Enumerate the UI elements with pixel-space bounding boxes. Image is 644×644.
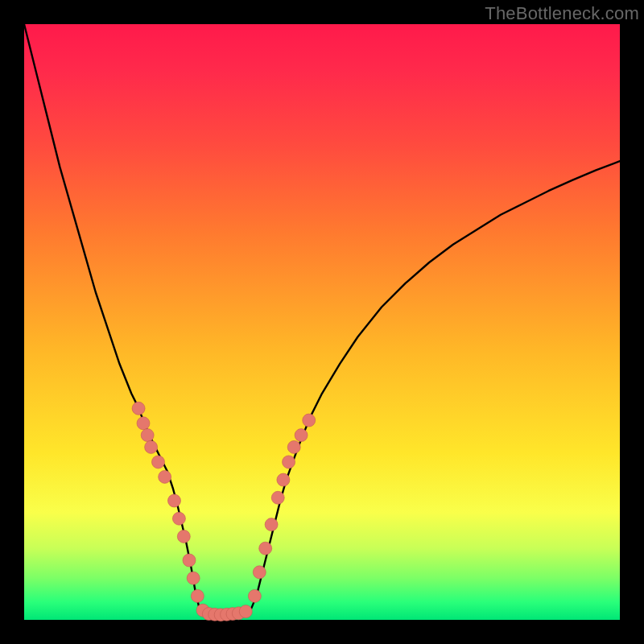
data-marker xyxy=(141,429,154,442)
data-marker xyxy=(177,530,190,543)
data-marker xyxy=(137,417,150,430)
data-marker xyxy=(265,518,278,531)
data-marker xyxy=(172,512,185,525)
data-marker xyxy=(152,456,165,469)
data-marker xyxy=(271,491,284,504)
chart-frame: TheBottleneck.com xyxy=(0,0,644,644)
data-marker xyxy=(303,414,316,427)
chart-svg xyxy=(24,24,620,620)
data-marker xyxy=(191,589,204,602)
data-marker xyxy=(259,542,272,555)
data-marker xyxy=(167,494,180,507)
bottleneck-curve xyxy=(24,24,620,615)
data-marker xyxy=(145,440,158,453)
data-marker xyxy=(239,605,252,618)
data-marker xyxy=(287,440,300,453)
data-marker xyxy=(295,429,308,442)
data-marker xyxy=(183,554,196,567)
data-marker xyxy=(283,456,295,469)
data-marker xyxy=(248,589,261,602)
watermark-text: TheBottleneck.com xyxy=(485,3,639,24)
plot-area xyxy=(24,24,620,620)
data-marker xyxy=(187,572,200,584)
data-marker xyxy=(277,473,290,486)
data-marker xyxy=(132,402,145,415)
data-marker xyxy=(253,566,266,579)
data-marker xyxy=(159,470,171,483)
